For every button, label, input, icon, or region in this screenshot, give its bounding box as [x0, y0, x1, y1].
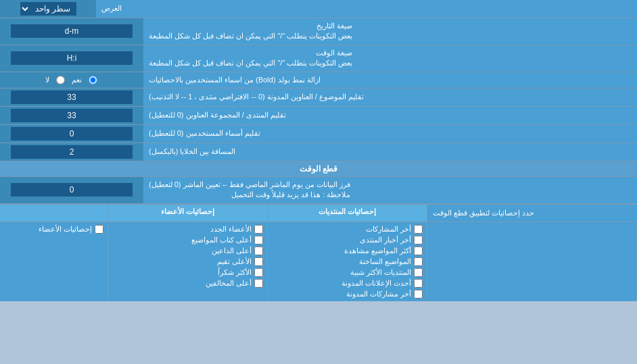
list-item: أعلى المخالفين	[112, 279, 263, 288]
cell-spacing-row: المسافة بين الخلايا (بالبكسل)	[0, 143, 637, 161]
checkbox-ehsaiyat-a3daa[interactable]	[95, 225, 103, 234]
checkbox-elanaat-madwana[interactable]	[414, 279, 423, 288]
bold-no-label: لا	[45, 76, 49, 84]
list-item: أعلى كتاب المواضيع	[112, 236, 263, 244]
list-item: المواضيع الساخنة	[272, 257, 423, 266]
checkbox-akthar-moshahadah[interactable]	[414, 246, 423, 255]
forum-title-input-cell	[0, 107, 143, 124]
col2-items: الأعضاء الجدد أعلى كتاب المواضيع أعلى ال…	[108, 222, 268, 301]
checkbox-akhar-akhbar[interactable]	[414, 236, 423, 244]
bold-label: ازالة نمط بولد (Bold) من اسماء المستخدمي…	[143, 72, 637, 88]
list-item: أخر مشاركات المدونة	[272, 290, 423, 298]
realtime-row: فرز البيانات من يوم الماشر الماضي فقط --…	[0, 177, 637, 204]
checkbox-akthar-daaeen[interactable]	[254, 246, 263, 255]
bold-radio-group: نعم لا	[45, 76, 99, 84]
user-names-label: تقليم أسماء المستخدمين (0 للتعطيل)	[143, 125, 637, 142]
col1-header: إحصائيات المنتديات	[268, 205, 427, 222]
col3-header	[0, 205, 108, 222]
checkbox-akhar-mosharkaat[interactable]	[414, 225, 423, 234]
ard-select[interactable]: سطر واحدسطرينثلاثة سطور	[20, 2, 76, 16]
checkbox-mawadee3-sakhina[interactable]	[414, 257, 423, 266]
forum-title-row: تقليم المنتدى / المجموعة العناوين (0 للت…	[0, 107, 637, 125]
time-format-row: صيغة الوقت بعض التكوينات يتطلب "/" التي …	[0, 45, 637, 72]
title-order-input-cell	[0, 88, 143, 106]
time-format-label: صيغة الوقت بعض التكوينات يتطلب "/" التي …	[143, 45, 637, 72]
col3-items: إحصائيات الأعضاء	[0, 222, 108, 301]
list-item: أحدث الإعلانات المدونة	[272, 279, 423, 288]
main-container: العرض سطر واحدسطرينثلاثة سطور صيغة التار…	[0, 0, 637, 301]
date-format-row: صيغة التاريخ بعض التكوينات يتطلب "/" الت…	[0, 18, 637, 45]
bold-no-radio[interactable]	[56, 76, 65, 84]
list-item: إحصائيات الأعضاء	[4, 225, 103, 234]
list-item: المنتديات الأكثر شبية	[272, 268, 423, 277]
cell-spacing-input-cell	[0, 143, 143, 161]
time-format-input[interactable]	[11, 51, 133, 65]
user-names-input[interactable]	[11, 127, 133, 140]
checkbox-montadyat-akthar[interactable]	[414, 268, 423, 277]
limit-label: حدد إحصائيات لتطبيق قطع الوقت	[427, 205, 637, 222]
date-format-input[interactable]	[11, 24, 133, 38]
list-item: أخر أخبار المنتدى	[272, 236, 423, 244]
time-format-input-cell	[0, 45, 143, 72]
checkboxes-section: حدد إحصائيات لتطبيق قطع الوقت إحصائيات ا…	[0, 204, 637, 301]
checkbox-a3daa-jodod[interactable]	[254, 225, 263, 234]
title-order-row: تقليم الموضوع / العناوين المدونة (0 -- ا…	[0, 88, 637, 107]
ard-input-cell: سطر واحدسطرينثلاثة سطور	[0, 0, 96, 18]
list-item: أكثر المواضيع مشاهدة	[272, 246, 423, 255]
user-names-row: تقليم أسماء المستخدمين (0 للتعطيل)	[0, 125, 637, 143]
cell-spacing-label: المسافة بين الخلايا (بالبكسل)	[143, 143, 637, 161]
checkbox-akhar-mosharkaat-madwana[interactable]	[414, 290, 423, 298]
title-order-label: تقليم الموضوع / العناوين المدونة (0 -- ا…	[143, 88, 637, 106]
list-item: أعلى الداعين	[112, 246, 263, 255]
checkboxes-body: أخر المشاركات أخر أخبار المنتدى أكثر الم…	[0, 222, 637, 301]
bold-yes-radio[interactable]	[89, 76, 97, 84]
title-order-input[interactable]	[11, 90, 133, 104]
list-item: الأعلى تقيم	[112, 257, 263, 266]
checkbox-akthar-shokran[interactable]	[254, 268, 263, 277]
checkbox-akthar-kotaab[interactable]	[254, 236, 263, 244]
bold-input-cell: نعم لا	[0, 72, 143, 88]
realtime-label: فرز البيانات من يوم الماشر الماضي فقط --…	[143, 177, 637, 203]
checkbox-akthar-mokhalfeen[interactable]	[254, 279, 263, 288]
checkboxes-header-row: حدد إحصائيات لتطبيق قطع الوقت إحصائيات ا…	[0, 205, 637, 222]
date-format-input-cell	[0, 18, 143, 45]
realtime-input-cell	[0, 177, 143, 203]
checkbox-al3la-taqyeem[interactable]	[254, 257, 263, 266]
forum-title-label: تقليم المنتدى / المجموعة العناوين (0 للت…	[143, 107, 637, 124]
bold-yes-label: نعم	[72, 76, 82, 84]
col1-items: أخر المشاركات أخر أخبار المنتدى أكثر الم…	[268, 222, 427, 301]
list-item: أخر المشاركات	[272, 225, 423, 234]
ard-row: العرض سطر واحدسطرينثلاثة سطور	[0, 0, 637, 18]
realtime-section-header: قطع الوقت	[0, 161, 637, 177]
list-item: الأكثر شكراً	[112, 268, 263, 277]
user-names-input-cell	[0, 125, 143, 142]
cell-spacing-input[interactable]	[11, 145, 133, 159]
date-format-label: صيغة التاريخ بعض التكوينات يتطلب "/" الت…	[143, 18, 637, 45]
list-item: الأعضاء الجدد	[112, 225, 263, 234]
bold-row: ازالة نمط بولد (Bold) من اسماء المستخدمي…	[0, 72, 637, 88]
realtime-input[interactable]	[11, 183, 133, 197]
forum-title-input[interactable]	[11, 109, 133, 122]
ard-label: العرض	[96, 0, 637, 18]
col2-header: إحصائيات الأعضاء	[108, 205, 268, 222]
